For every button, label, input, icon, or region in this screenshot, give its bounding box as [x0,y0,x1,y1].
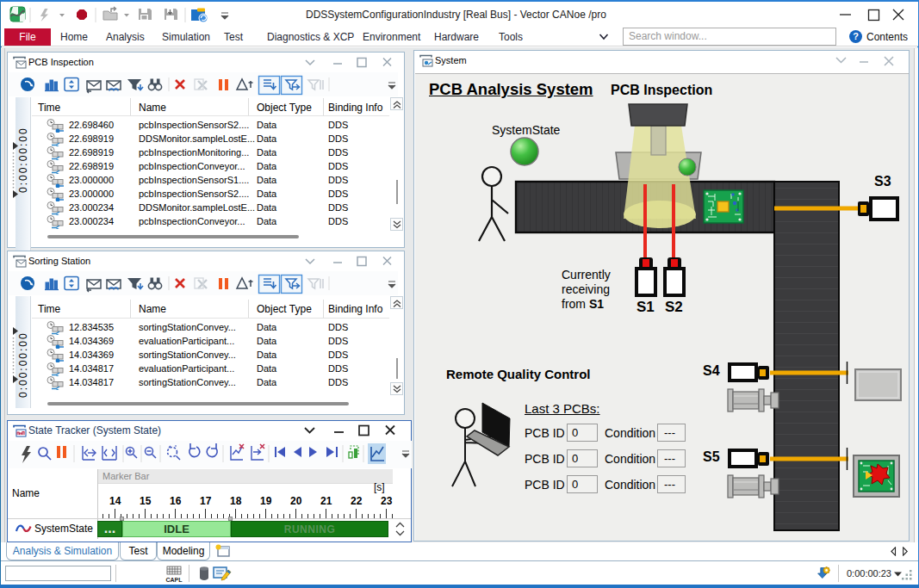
svg-text:CAPL: CAPL [165,577,183,583]
